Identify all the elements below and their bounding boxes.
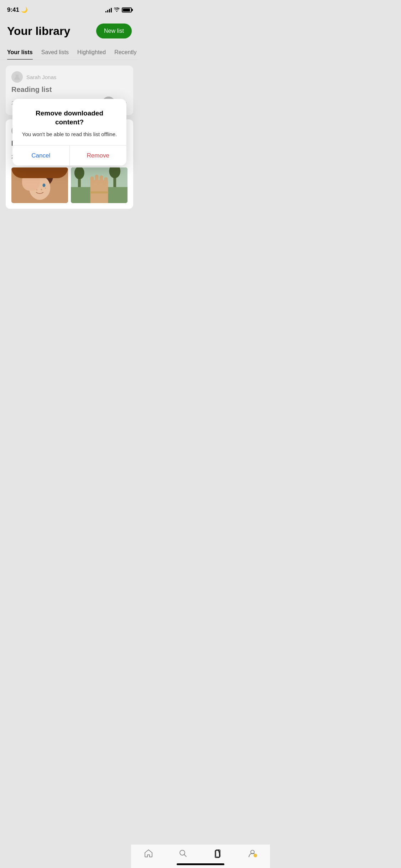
content-area: Sarah Jonas Reading list 2 stories ··· R… bbox=[0, 60, 139, 219]
cancel-button[interactable]: Cancel bbox=[12, 146, 70, 166]
remove-content-modal: Remove downloaded content? You won't be … bbox=[12, 99, 126, 166]
modal-overlay: Remove downloaded content? You won't be … bbox=[0, 0, 139, 301]
modal-title: Remove downloaded content? bbox=[21, 109, 118, 126]
remove-button[interactable]: Remove bbox=[70, 146, 127, 166]
modal-body: Remove downloaded content? You won't be … bbox=[12, 99, 126, 145]
modal-actions: Cancel Remove bbox=[12, 145, 126, 166]
modal-description: You won't be able to read this list offl… bbox=[21, 130, 118, 138]
